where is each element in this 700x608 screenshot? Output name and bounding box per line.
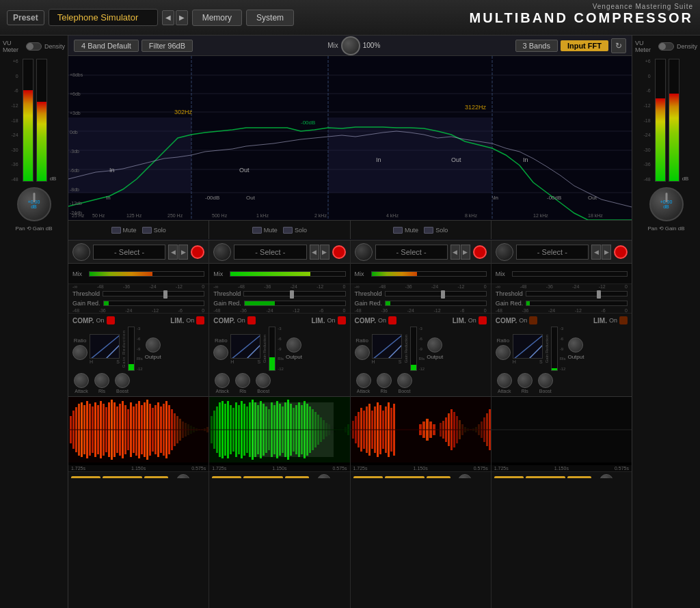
band1-ratio-knob[interactable] <box>72 345 88 360</box>
band2-gain-red-btn[interactable]: Gain Red. <box>243 476 283 478</box>
band4-time2: 1.150s <box>554 466 569 471</box>
band4-comp-on-btn[interactable] <box>529 316 537 324</box>
input-fft-btn[interactable]: Input FFT <box>561 40 608 51</box>
vu-toggle-right[interactable] <box>658 42 674 51</box>
band3-lim-knob[interactable] <box>427 337 442 353</box>
band3-lim-on-btn[interactable] <box>479 316 487 324</box>
band2-dpc-btn[interactable]: DPC <box>285 476 309 478</box>
band3-time-row: 1.725s 1.150s 0.575s <box>351 465 491 471</box>
band2-comp-on-label: On <box>237 317 245 324</box>
band1-knob[interactable] <box>72 243 90 261</box>
band2-ratio-knob[interactable] <box>213 345 228 360</box>
band1-gain-red-btn[interactable]: Gain Red. <box>103 476 142 478</box>
band2-power[interactable] <box>332 245 346 259</box>
band4-threshold-slider[interactable] <box>526 291 628 296</box>
band4-rls-knob[interactable] <box>517 373 533 388</box>
band1-next[interactable]: ▶ <box>178 245 188 260</box>
pan-knob-left[interactable]: +0.00dB <box>17 187 51 221</box>
band1-attack-knob[interactable] <box>74 373 89 388</box>
band3-solo-btn[interactable]: Solo <box>424 227 448 234</box>
band4-zoom-knob[interactable] <box>600 474 613 478</box>
band2-scope-btn[interactable]: Scope <box>212 476 241 478</box>
filter-btn[interactable]: Filter 96dB <box>142 40 193 52</box>
band3-next[interactable]: ▶ <box>461 245 470 260</box>
band4-select[interactable]: - Select - <box>516 245 589 260</box>
band1-scope-btn[interactable]: Scope <box>71 476 100 478</box>
band3-threshold-slider[interactable] <box>385 291 487 296</box>
band2-next[interactable]: ▶ <box>320 245 329 260</box>
band1-comp-on-btn[interactable] <box>107 316 115 324</box>
band2-rls-knob[interactable] <box>235 373 250 388</box>
mix-knob[interactable] <box>341 36 360 55</box>
band4-power[interactable] <box>614 245 628 259</box>
band2-attack-knob[interactable] <box>215 373 230 388</box>
band4-attack-knob[interactable] <box>497 373 512 388</box>
band1-lim-knob[interactable] <box>146 337 161 353</box>
band3-prev[interactable]: ◀ <box>450 245 460 260</box>
band3-knob[interactable] <box>355 243 373 261</box>
band1-threshold-slider[interactable] <box>103 291 204 296</box>
band3-power[interactable] <box>473 245 487 259</box>
memory-button[interactable]: Memory <box>192 10 242 26</box>
band1-boost-knob[interactable] <box>115 373 130 388</box>
band1-power[interactable] <box>191 245 204 259</box>
band1-prev[interactable]: ◀ <box>168 245 178 260</box>
band2-boost-knob[interactable] <box>256 373 271 388</box>
band3-boost-knob[interactable] <box>397 373 412 388</box>
band1-mute-btn[interactable]: Mute <box>111 227 137 234</box>
band3-gain-red-vert-fill <box>411 365 416 370</box>
band4-threshold-handle <box>597 290 601 299</box>
refresh-btn[interactable]: ↻ <box>611 38 626 53</box>
svg-text:-00dB: -00dB <box>301 120 315 126</box>
band3-gain-red-btn[interactable]: Gain Red. <box>385 476 425 478</box>
band-default-btn[interactable]: 4 Band Default <box>74 40 139 52</box>
band3-scope-btn[interactable]: Scope <box>353 476 383 478</box>
band4-lim-on-btn[interactable] <box>619 316 628 324</box>
band1-rls-knob[interactable] <box>94 373 109 388</box>
band2-mute-btn[interactable]: Mute <box>252 227 278 234</box>
band3-comp-section: COMP. On LIM. On Ratio <box>351 313 491 396</box>
band4-lim-label: LIM. <box>593 317 607 324</box>
band3-attack-knob[interactable] <box>356 373 371 388</box>
band1-dpc-btn[interactable]: DPC <box>144 476 168 478</box>
band3-select[interactable]: - Select - <box>375 245 448 260</box>
band1-zoom-knob[interactable] <box>176 474 190 478</box>
preset-next-btn[interactable]: ▶ <box>176 10 188 25</box>
band2-ratio-label: Ratio <box>215 337 228 344</box>
band4-next[interactable]: ▶ <box>602 245 611 260</box>
band2-comp-on-btn[interactable] <box>247 316 256 324</box>
band3-comp-on-btn[interactable] <box>388 316 396 324</box>
band4-ratio-label: Ratio <box>496 337 509 344</box>
band4-scope-btn[interactable]: Scope <box>494 476 524 478</box>
band4-prev[interactable]: ◀ <box>591 245 601 260</box>
band2-knob[interactable] <box>213 243 231 261</box>
band4-lim-knob[interactable] <box>568 337 583 353</box>
band1-solo-btn[interactable]: Solo <box>142 227 166 234</box>
bands-btn[interactable]: 3 Bands <box>515 40 558 52</box>
band3-ratio-knob[interactable] <box>355 345 370 360</box>
preset-name[interactable]: Telephone Simulator <box>49 9 158 26</box>
band4-boost-knob[interactable] <box>538 373 553 388</box>
band4-gain-red-btn[interactable]: Gain Red. <box>526 476 565 478</box>
system-button[interactable]: System <box>246 10 294 26</box>
band2-zoom-knob[interactable] <box>317 474 331 478</box>
band4-knob[interactable] <box>496 243 513 261</box>
band4-ratio-knob[interactable] <box>496 345 511 360</box>
band3-mute-btn[interactable]: Mute <box>393 227 418 234</box>
band3-zoom-knob[interactable] <box>458 474 472 478</box>
band2-prev[interactable]: ◀ <box>310 245 319 260</box>
band3-rls-knob[interactable] <box>377 373 392 388</box>
band2-solo-btn[interactable]: Solo <box>283 227 307 234</box>
vu-toggle-left[interactable] <box>26 42 42 51</box>
band3-dpc-btn[interactable]: DPC <box>427 476 450 478</box>
pan-knob-right[interactable]: +0.00dB <box>649 187 684 221</box>
band2-threshold-slider[interactable] <box>243 291 345 296</box>
band4-dpc-btn[interactable]: DPC <box>567 476 591 478</box>
preset-prev-btn[interactable]: ◀ <box>162 10 174 25</box>
band2-lim-on-btn[interactable] <box>338 316 346 324</box>
band2-select[interactable]: - Select - <box>234 245 306 260</box>
band1-select[interactable]: - Select - <box>93 245 165 260</box>
band3-gain-red-label: Gain Red. <box>355 300 383 307</box>
band2-lim-knob[interactable] <box>286 337 301 353</box>
band1-lim-on-btn[interactable] <box>196 316 204 324</box>
